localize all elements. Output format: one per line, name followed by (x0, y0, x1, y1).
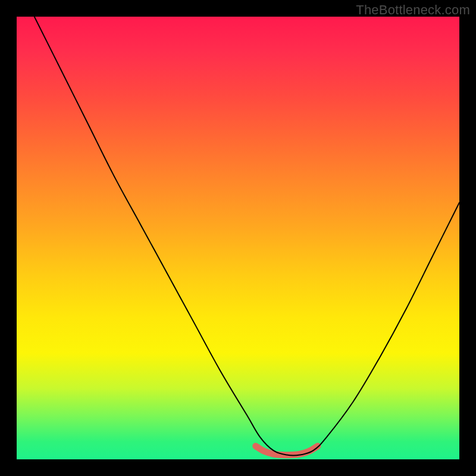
chart-svg (17, 17, 459, 459)
chart-frame: TheBottleneck.com (0, 0, 476, 476)
plot-area (17, 17, 459, 459)
optimal-band-line (256, 446, 318, 455)
watermark-text: TheBottleneck.com (356, 2, 470, 18)
bottleneck-curve-line (35, 17, 459, 456)
